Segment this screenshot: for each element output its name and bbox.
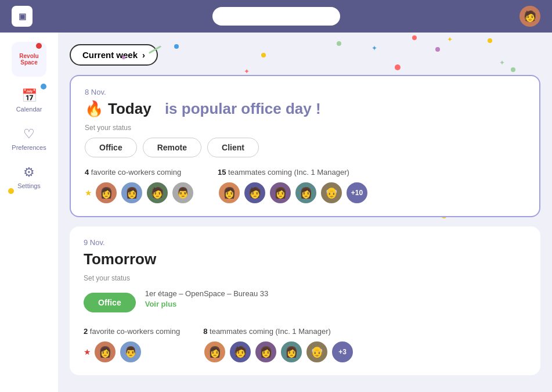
voir-plus-link[interactable]: Voir plus	[145, 300, 269, 308]
week-nav-arrow: ›	[142, 50, 145, 60]
heart-icon: ♡	[23, 127, 35, 142]
gear-icon: ⚙	[23, 165, 35, 180]
today-teammates-group: 15 teammates coming (Inc. 1 Manager) 👩 🧑…	[218, 168, 369, 204]
sidebar-item-settings[interactable]: ⚙ Settings	[6, 160, 52, 194]
sidebar-dot-red	[36, 43, 42, 49]
sidebar-item-preferences[interactable]: ♡ Preferences	[6, 122, 52, 156]
today-status-buttons: Office Remote Client	[85, 138, 525, 157]
avatar: 🧑	[243, 181, 266, 204]
today-set-status-label: Set your status	[85, 124, 525, 132]
brand-logo: Revolu Space	[12, 42, 46, 77]
confetti-star: ✦	[447, 35, 453, 44]
avatar: 👴	[305, 340, 329, 364]
avatar: 👩	[218, 181, 241, 204]
confetti-dot	[412, 35, 417, 40]
star-icon: ★	[85, 188, 92, 197]
brand-name-line2: Space	[19, 59, 38, 66]
tomorrow-team-label: teammates coming (Inc. 1 Manager)	[210, 327, 331, 336]
sidebar-settings-label: Settings	[17, 182, 41, 189]
confetti-dot	[395, 64, 401, 70]
tomorrow-fav-label: favorite co-workers coming	[90, 327, 180, 336]
top-nav: ▣ 🧑	[0, 0, 552, 33]
avatar: 👩	[93, 340, 117, 364]
today-team-label: teammates coming (Inc. 1 Manager)	[228, 168, 349, 177]
today-fav-avatars: ★ 👩 👩 🧑 👨	[85, 181, 194, 204]
tomorrow-fav-avatars: ★ 👩 👨	[84, 340, 180, 364]
avatar: 👨	[119, 340, 142, 364]
avatar: 👩	[203, 340, 226, 364]
avatar: 👩	[120, 181, 143, 204]
tomorrow-title: Tomorrow	[84, 250, 526, 268]
main-layout: Revolu Space 📅 Calendar ♡ Preferences ⚙ …	[0, 33, 552, 392]
today-coworkers: 4 favorite co-workers coming ★ 👩 👩 🧑 👨 1…	[85, 168, 525, 204]
tomorrow-team-num: 8	[203, 327, 207, 336]
tomorrow-status-row: Office 1er étage – OpenSpace – Bureau 33…	[84, 288, 526, 317]
avatar: 👩	[269, 181, 292, 204]
search-input[interactable]	[212, 7, 340, 26]
app-logo-icon: ▣	[12, 6, 33, 27]
avatar: 👩	[95, 181, 118, 204]
tomorrow-office-button[interactable]: Office	[84, 293, 136, 312]
tomorrow-card: 9 Nov. Tomorrow Set your status Office 1…	[70, 226, 540, 375]
today-team-avatars: 👩 🧑 👩 👩 👴 +10	[218, 181, 369, 204]
today-title: 🔥 Today is popular office day !	[85, 100, 525, 118]
tomorrow-favorites-count: 2 favorite co-workers coming	[84, 327, 180, 336]
confetti-star: ✦	[371, 44, 377, 52]
confetti-star: ✦	[244, 67, 250, 75]
tomorrow-title-text: Tomorrow	[84, 250, 156, 268]
avatar: 👩	[280, 340, 303, 364]
sidebar: Revolu Space 📅 Calendar ♡ Preferences ⚙ …	[0, 33, 58, 392]
confetti-dot	[511, 67, 515, 72]
confetti-star: ✦	[499, 59, 505, 67]
confetti-dot	[261, 53, 266, 57]
brand-name-line1: Revolu	[19, 53, 38, 59]
tomorrow-teammates-group: 8 teammates coming (Inc. 1 Manager) 👩 🧑 …	[203, 327, 354, 364]
today-title-highlight: is popular office day !	[165, 100, 321, 118]
avatar: 🧑	[229, 340, 252, 364]
sidebar-preferences-label: Preferences	[12, 144, 46, 151]
tomorrow-date: 9 Nov.	[84, 238, 526, 247]
week-nav[interactable]: Current week ›	[70, 44, 158, 66]
user-avatar[interactable]: 🧑	[519, 6, 540, 27]
avatar: 👩	[294, 181, 318, 204]
confetti-dot	[337, 41, 341, 46]
confetti-dot	[488, 38, 492, 43]
today-fav-label: favorite co-workers coming	[91, 168, 181, 177]
location-text: 1er étage – OpenSpace – Bureau 33	[145, 289, 269, 298]
avatar: 🧑	[146, 181, 169, 204]
sidebar-dot-blue	[41, 84, 46, 89]
confetti-dot	[435, 47, 440, 52]
tomorrow-set-status-label: Set your status	[84, 274, 526, 282]
avatar: 👴	[320, 181, 343, 204]
today-teammates-count: 15 teammates coming (Inc. 1 Manager)	[218, 168, 369, 177]
sidebar-dot-yellow	[8, 188, 14, 194]
fire-emoji: 🔥	[85, 100, 103, 118]
today-favorites-count: 4 favorite co-workers coming	[85, 168, 194, 177]
today-date: 8 Nov.	[85, 88, 525, 96]
main-content: ✦ ✦ ✦ ✦ ★ ★ ★ ✦ ★ ✦ Current week ›	[58, 33, 552, 392]
avatar: 👨	[171, 181, 194, 204]
calendar-icon: 📅	[21, 88, 37, 103]
tomorrow-fav-num: 2	[84, 327, 88, 336]
today-title-main: Today	[108, 100, 151, 118]
tomorrow-team-avatars: 👩 🧑 👩 👩 👴 +3	[203, 340, 354, 364]
today-team-num: 15	[218, 168, 226, 177]
today-remote-button[interactable]: Remote	[143, 138, 201, 157]
tomorrow-favorites-group: 2 favorite co-workers coming ★ 👩 👨	[84, 327, 180, 364]
today-office-button[interactable]: Office	[85, 138, 137, 157]
today-client-button[interactable]: Client	[207, 138, 259, 157]
tomorrow-teammates-count: 8 teammates coming (Inc. 1 Manager)	[203, 327, 354, 336]
avatar: 👩	[254, 340, 277, 364]
location-info: 1er étage – OpenSpace – Bureau 33 Voir p…	[145, 288, 269, 308]
tomorrow-coworkers: 2 favorite co-workers coming ★ 👩 👨 8 tea…	[84, 327, 526, 364]
star-icon: ★	[84, 347, 91, 357]
confetti-dot	[174, 44, 179, 49]
week-nav-label: Current week	[82, 50, 138, 60]
tomorrow-more-count: +3	[331, 340, 354, 364]
today-fav-num: 4	[85, 168, 89, 177]
sidebar-calendar-label: Calendar	[16, 106, 42, 113]
sidebar-item-calendar[interactable]: 📅 Calendar	[6, 84, 52, 117]
today-favorites-group: 4 favorite co-workers coming ★ 👩 👩 🧑 👨	[85, 168, 194, 204]
nav-logo: ▣	[12, 6, 33, 27]
today-card: 8 Nov. 🔥 Today is popular office day ! S…	[70, 75, 540, 217]
